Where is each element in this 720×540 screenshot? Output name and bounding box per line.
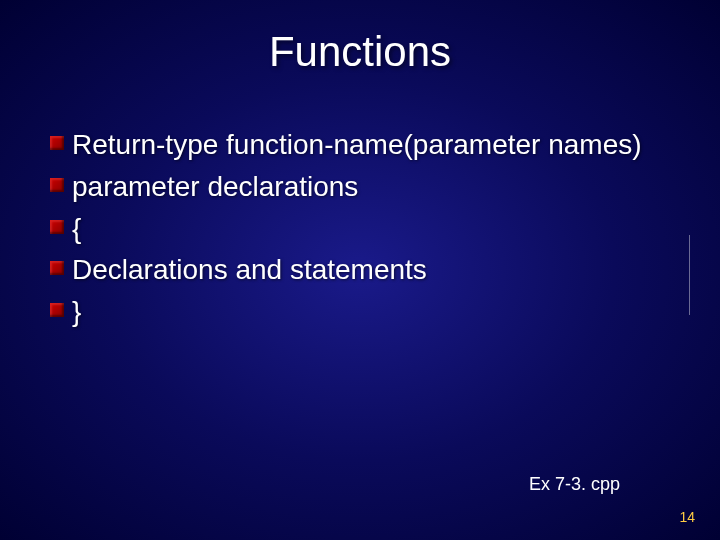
bullet-icon	[50, 178, 64, 192]
bullet-icon	[50, 261, 64, 275]
list-item: Return-type function-name(parameter name…	[50, 126, 680, 164]
footer-note: Ex 7-3. cpp	[529, 474, 620, 495]
bullet-icon	[50, 220, 64, 234]
bullet-icon	[50, 136, 64, 150]
decorative-line	[689, 235, 690, 315]
list-item: parameter declarations	[50, 168, 680, 206]
content-area: Return-type function-name(parameter name…	[40, 126, 680, 331]
bullet-text: Declarations and statements	[72, 251, 427, 289]
list-item: Declarations and statements	[50, 251, 680, 289]
bullet-text: {	[72, 210, 81, 248]
list-item: }	[50, 293, 680, 331]
slide-container: Functions Return-type function-name(para…	[0, 0, 720, 540]
list-item: {	[50, 210, 680, 248]
bullet-icon	[50, 303, 64, 317]
bullet-text: Return-type function-name(parameter name…	[72, 126, 642, 164]
page-number: 14	[679, 509, 695, 525]
bullet-text: parameter declarations	[72, 168, 358, 206]
bullet-text: }	[72, 293, 81, 331]
slide-title: Functions	[40, 28, 680, 76]
